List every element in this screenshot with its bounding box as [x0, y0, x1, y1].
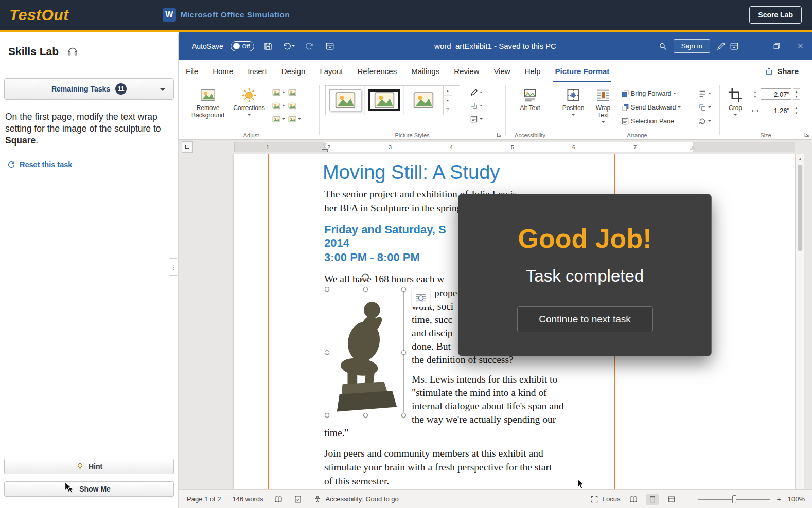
- scroll-up-button[interactable]: ▲: [796, 155, 804, 162]
- tab-view[interactable]: View: [486, 60, 517, 82]
- resize-handle-sw[interactable]: [325, 413, 329, 418]
- gallery-more-button[interactable]: ▽: [444, 105, 452, 115]
- tab-help[interactable]: Help: [518, 60, 548, 82]
- width-stepper[interactable]: ▲▼: [793, 105, 800, 116]
- position-button[interactable]: Position: [558, 84, 589, 117]
- close-button[interactable]: [788, 32, 812, 60]
- score-lab-button[interactable]: Score Lab: [749, 6, 802, 24]
- tab-review[interactable]: Review: [447, 60, 486, 82]
- tab-insert[interactable]: Insert: [240, 60, 274, 82]
- resize-handle-n[interactable]: [363, 287, 368, 292]
- rotate-button[interactable]: [697, 115, 713, 128]
- gallery-down-button[interactable]: ▼: [444, 95, 452, 105]
- ribbon-display-options-button[interactable]: [728, 40, 741, 53]
- zoom-percentage[interactable]: 100%: [788, 495, 805, 503]
- resize-handle-e[interactable]: [401, 350, 406, 355]
- save-button[interactable]: [261, 40, 275, 53]
- print-layout-button[interactable]: [646, 494, 659, 505]
- tab-references[interactable]: References: [350, 60, 404, 82]
- sculpture-image[interactable]: [327, 289, 404, 415]
- corrections-button[interactable]: Corrections: [231, 84, 268, 117]
- picture-style-2-selected[interactable]: [365, 86, 404, 115]
- send-backward-button[interactable]: Send Backward: [620, 101, 682, 114]
- continue-next-task-button[interactable]: Continue to next task: [517, 306, 653, 332]
- zoom-slider-thumb[interactable]: [732, 495, 736, 503]
- rotation-handle[interactable]: [360, 271, 371, 283]
- undo-button[interactable]: [282, 40, 295, 53]
- reset-picture-button[interactable]: [287, 113, 303, 125]
- right-indent-marker[interactable]: [690, 143, 695, 150]
- focus-mode-button[interactable]: Focus: [590, 495, 620, 503]
- show-me-button[interactable]: Show Me: [4, 481, 174, 497]
- resize-handle-nw[interactable]: [325, 287, 329, 292]
- read-mode-button[interactable]: [627, 494, 640, 505]
- tab-design[interactable]: Design: [274, 60, 313, 82]
- wrap-text-button[interactable]: Wrap Text: [590, 84, 616, 124]
- customize-quick-access-button[interactable]: [323, 40, 337, 53]
- size-dialog-launcher[interactable]: [804, 132, 810, 138]
- horizontal-ruler[interactable]: 1 2 3 4 5 6 7: [234, 142, 795, 152]
- picture-layout-button[interactable]: [468, 113, 484, 125]
- word-count[interactable]: 146 words: [233, 495, 263, 503]
- picture-effects-button[interactable]: [468, 100, 484, 112]
- remaining-tasks-dropdown[interactable]: Remaining Tasks 11: [4, 78, 174, 100]
- sign-in-button[interactable]: Sign in: [674, 39, 710, 53]
- gallery-scroll-controls: ▲ ▼ ▽: [443, 86, 452, 115]
- redo-button[interactable]: [303, 40, 316, 53]
- read-aloud-button[interactable]: [274, 495, 283, 503]
- left-indent-marker[interactable]: [322, 150, 327, 152]
- tab-file[interactable]: File: [179, 60, 205, 82]
- gallery-up-button[interactable]: ▲: [444, 86, 452, 95]
- hint-button[interactable]: Hint: [4, 459, 174, 474]
- layout-options-button[interactable]: [412, 289, 430, 307]
- alt-text-button[interactable]: Alt Text: [516, 84, 544, 112]
- autosave-toggle[interactable]: Off: [231, 41, 254, 51]
- compress-pictures-button[interactable]: [287, 86, 298, 99]
- ink-pen-icon[interactable]: [714, 40, 728, 53]
- accessibility-status[interactable]: Accessibility: Good to go: [313, 495, 398, 503]
- hanging-indent-marker[interactable]: [322, 143, 327, 150]
- remove-background-button[interactable]: Remove Background: [187, 84, 228, 119]
- change-picture-button[interactable]: [287, 100, 298, 112]
- picture-styles-dialog-launcher[interactable]: [496, 132, 502, 138]
- tab-selector[interactable]: [182, 141, 193, 153]
- document-heading: Moving Still: A Study: [323, 161, 500, 184]
- proofing-status-button[interactable]: [294, 495, 302, 503]
- artistic-effects-button[interactable]: [271, 100, 287, 112]
- search-icon[interactable]: [656, 40, 669, 53]
- headphones-icon[interactable]: [67, 45, 78, 57]
- scrollbar-thumb[interactable]: [798, 165, 803, 251]
- page-indicator[interactable]: Page 1 of 2: [187, 495, 221, 503]
- resize-handle-ne[interactable]: [401, 287, 406, 292]
- picture-style-1[interactable]: [326, 86, 365, 115]
- height-stepper[interactable]: ▲▼: [793, 88, 800, 100]
- vertical-scrollbar[interactable]: ▲: [796, 154, 804, 489]
- align-button[interactable]: [697, 87, 713, 100]
- resize-handle-se[interactable]: [401, 413, 406, 418]
- tab-picture-format[interactable]: Picture Format: [548, 60, 617, 82]
- bring-forward-button[interactable]: Bring Forward: [620, 87, 682, 100]
- color-button[interactable]: [271, 86, 287, 99]
- resize-handle-w[interactable]: [325, 350, 329, 355]
- transparency-button[interactable]: [271, 113, 287, 125]
- tab-home[interactable]: Home: [205, 60, 240, 82]
- reset-task-link[interactable]: Reset this task: [7, 160, 72, 169]
- tab-layout[interactable]: Layout: [312, 60, 350, 82]
- shape-width-field[interactable]: [761, 105, 791, 116]
- resize-handle-s[interactable]: [363, 413, 368, 418]
- tab-mailings[interactable]: Mailings: [404, 60, 447, 82]
- web-layout-button[interactable]: [665, 494, 678, 505]
- selection-pane-button[interactable]: Selection Pane: [620, 115, 682, 128]
- picture-style-3[interactable]: [404, 86, 443, 115]
- sidebar-drag-handle[interactable]: ⋮: [169, 258, 178, 276]
- share-button[interactable]: Share: [765, 67, 799, 76]
- minimize-button[interactable]: [741, 32, 765, 60]
- picture-border-button[interactable]: [468, 86, 484, 99]
- crop-button[interactable]: Crop: [722, 84, 748, 117]
- zoom-out-button[interactable]: —: [684, 495, 692, 503]
- zoom-slider[interactable]: [698, 494, 770, 504]
- restore-button[interactable]: [765, 32, 788, 60]
- zoom-in-button[interactable]: +: [777, 495, 781, 503]
- group-objects-button[interactable]: [697, 101, 713, 114]
- shape-height-field[interactable]: [761, 88, 791, 100]
